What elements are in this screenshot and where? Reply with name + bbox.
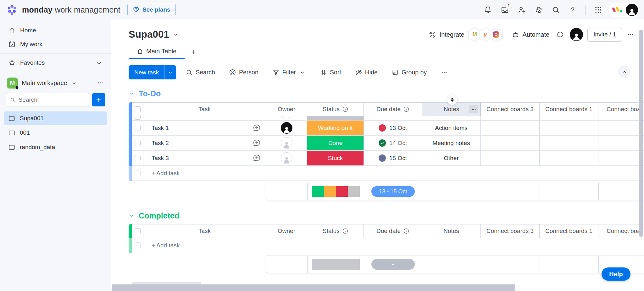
row-checkbox[interactable] [135, 140, 141, 146]
connect-boards-3-cell[interactable] [481, 121, 540, 136]
row-checkbox[interactable] [135, 155, 141, 161]
chevron-down-icon[interactable] [129, 90, 135, 97]
sidebar-item-home[interactable]: Home [4, 24, 107, 37]
notes-cell[interactable]: Other [422, 151, 481, 166]
group-title-completed[interactable]: Completed [129, 210, 644, 221]
see-plans-button[interactable]: See plans [127, 4, 176, 16]
board-title[interactable]: Supa001 [129, 29, 169, 40]
add-board-button[interactable] [92, 93, 105, 106]
connect-boards-1-cell[interactable] [540, 121, 598, 136]
horizontal-scrollbar[interactable] [112, 284, 515, 291]
product-switcher-grid-icon[interactable] [591, 3, 605, 17]
status-distribution-bar[interactable] [312, 259, 360, 270]
column-header-status[interactable]: Status [307, 224, 364, 238]
chevron-down-icon[interactable] [299, 69, 306, 76]
add-view-button[interactable] [185, 49, 202, 59]
column-header-task[interactable]: Task [143, 224, 266, 238]
due-date-cell[interactable]: 15 Oct [364, 151, 422, 166]
column-header-due-date[interactable]: Due date [364, 102, 422, 116]
connect-boards-1-cell[interactable] [540, 136, 598, 151]
search-icon[interactable] [549, 3, 563, 17]
column-header-connect-boards-3[interactable]: Connect boards 3 [481, 102, 540, 116]
sidebar-search-input[interactable] [19, 96, 85, 103]
board-item-supa001[interactable]: Supa001 [4, 111, 107, 125]
help-question-icon[interactable] [566, 3, 580, 17]
notes-cell[interactable]: Meeting notes [422, 136, 481, 151]
column-header-owner[interactable]: Owner [266, 224, 307, 238]
column-header-notes[interactable]: Notes [422, 224, 481, 238]
apps-marketplace-icon[interactable] [532, 3, 546, 17]
owner-avatar-empty[interactable] [281, 137, 292, 149]
tab-main-table[interactable]: Main Table [129, 48, 185, 59]
add-task-row[interactable]: + Add task [129, 166, 644, 181]
column-header-connect-boards-cut[interactable]: Connect boar [598, 224, 644, 238]
owner-avatar-empty[interactable] [281, 152, 292, 164]
user-avatar[interactable] [626, 4, 638, 16]
sidebar-item-favorites[interactable]: Favorites [4, 56, 107, 69]
sidebar-search[interactable] [6, 93, 89, 106]
search-tool[interactable]: Search [181, 66, 219, 79]
integrate-button[interactable]: Integrate [427, 29, 466, 40]
task-name-cell[interactable]: Task 1 [143, 121, 266, 136]
board-owner-avatar[interactable] [570, 28, 583, 41]
owner-avatar-filled[interactable] [281, 122, 292, 134]
person-filter-tool[interactable]: Person [225, 66, 263, 79]
board-options-icon[interactable] [626, 30, 635, 39]
due-date-cell[interactable]: 14 Oct [364, 136, 422, 151]
status-cell[interactable]: Stuck [307, 151, 364, 166]
connect-boards-cell[interactable] [598, 151, 644, 166]
vertical-scrollbar[interactable] [639, 30, 643, 237]
invite-button[interactable]: Invite / 1 [587, 28, 622, 42]
chevron-down-icon[interactable] [71, 80, 77, 86]
column-header-owner[interactable]: Owner [266, 102, 307, 116]
board-chat-icon[interactable] [555, 29, 565, 40]
date-range-pill[interactable]: - [371, 259, 415, 270]
board-item-001[interactable]: 001 [4, 126, 107, 140]
chevron-down-icon[interactable] [129, 213, 135, 219]
new-task-button[interactable]: New task [129, 65, 176, 79]
workspace-switcher[interactable]: M Main workspace [4, 75, 107, 91]
add-conversation-icon[interactable] [252, 154, 261, 163]
date-range-pill[interactable]: 13 - 15 Oct [371, 186, 415, 197]
column-header-connect-boards-1[interactable]: Connect boards 1 [540, 102, 598, 116]
inbox-icon[interactable]: 1 [498, 3, 512, 17]
group-by-tool[interactable]: Group by [387, 66, 431, 79]
connect-boards-1-cell[interactable] [540, 151, 598, 166]
column-header-connect-boards-1[interactable]: Connect boards 1 [540, 224, 598, 238]
workspace-options-icon[interactable] [97, 79, 104, 87]
status-distribution-bar[interactable] [312, 186, 360, 197]
task-name-cell[interactable]: Task 3 [143, 151, 266, 166]
connect-boards-cell[interactable] [598, 121, 644, 136]
help-button[interactable]: Help [602, 267, 630, 281]
add-task-label[interactable]: + Add task [143, 238, 644, 253]
column-header-task[interactable]: Task [143, 102, 266, 116]
notes-column-menu-icon[interactable] [469, 105, 478, 113]
connect-boards-cell[interactable] [598, 136, 644, 151]
select-all-checkbox[interactable] [135, 106, 141, 112]
brand[interactable]: monday work management [6, 3, 120, 16]
connect-boards-3-cell[interactable] [481, 151, 540, 166]
chevron-down-icon[interactable] [172, 31, 179, 38]
column-header-connect-boards-3[interactable]: Connect boards 3 [481, 224, 540, 238]
filter-tool[interactable]: Filter [268, 66, 310, 79]
collapse-header-button[interactable] [618, 66, 630, 78]
add-conversation-icon[interactable] [252, 138, 261, 148]
invite-members-icon[interactable] [515, 3, 529, 17]
hide-tool[interactable]: Hide [351, 66, 382, 79]
toolbar-more-icon[interactable] [436, 66, 452, 79]
sidebar-item-my-work[interactable]: My work [4, 38, 107, 51]
column-header-connect-boards-cut[interactable]: Connect boar [598, 102, 644, 116]
owner-cell[interactable] [266, 151, 307, 166]
add-task-label[interactable]: + Add task [143, 166, 644, 181]
automate-button[interactable]: Automate [510, 29, 551, 40]
add-conversation-icon[interactable] [252, 123, 261, 132]
due-date-cell[interactable]: 13 Oct [364, 121, 422, 136]
select-all-checkbox[interactable] [135, 228, 141, 234]
column-header-due-date[interactable]: Due date [364, 224, 422, 238]
status-cell[interactable]: Working on it [307, 121, 364, 136]
sort-tool[interactable]: Sort [315, 66, 346, 79]
task-name-cell[interactable]: Task 2 [143, 136, 266, 151]
owner-cell[interactable] [266, 121, 307, 136]
add-task-row[interactable]: + Add task [129, 238, 644, 253]
notes-column-sort-icon[interactable] [447, 95, 457, 105]
